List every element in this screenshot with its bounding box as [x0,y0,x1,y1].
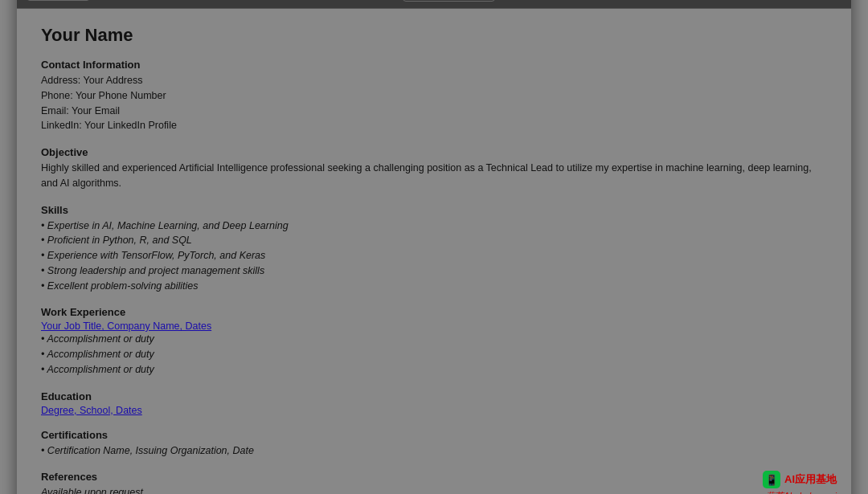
ai-label: AI应用基地 [784,472,837,487]
certifications-title: Certifications [41,429,827,441]
download-menu-button[interactable]: Download Menu ▾ [403,0,495,2]
email-line: Email: Your Email [41,104,827,119]
accomplishment-1: • Accomplishment or duty [41,332,827,347]
skill-1: • Expertise in AI, Machine Learning, and… [41,218,827,234]
quote-button[interactable]: “” [192,0,208,2]
address-label: Address: [41,75,80,86]
job-title-link[interactable]: Your Job Title, Company Name, Dates [41,320,827,332]
skill-5: • Excellent problem-solving abilities [41,279,827,294]
italic-button[interactable]: I [125,0,137,1]
education-section-title: Education [41,390,827,402]
linkedin-label: LinkedIn: [41,120,82,131]
address-value: Your Address [84,75,143,86]
format-select[interactable]: Normal Heading 1 Heading 2 Heading 3 [27,0,90,1]
accomplishment-2: • Accomplishment or duty [41,347,827,362]
strikethrough-button[interactable]: S [162,0,177,1]
toolbar: Normal Heading 1 Heading 2 Heading 3 B I… [17,0,851,9]
accomplishment-3: • Accomplishment or duty [41,362,827,378]
skills-section-title: Skills [41,204,827,216]
work-section-title: Work Experience [41,306,827,318]
phone-value: Your Phone Number [76,90,166,101]
references-text: Available upon request [41,485,827,494]
font-color-button[interactable]: A [289,0,304,1]
watermark-line1: 📱 AI应用基地 [763,471,837,488]
linkedin-line: LinkedIn: Your LinkedIn Profile [41,118,827,133]
objective-text: Highly skilled and experienced Artificia… [41,161,827,191]
skill-2: • Proficient in Python, R, and SQL [41,233,827,248]
underline-button[interactable]: U [141,0,157,1]
ordered-list-button[interactable]: 1. 2. 3. [341,0,360,1]
address-line: Address: Your Address [41,73,827,88]
degree-link[interactable]: Degree, School, Dates [41,405,827,416]
email-label: Email: [41,105,69,116]
watermark: 📱 AI应用基地 葫芦AI · huluwa.ai [763,471,837,494]
skill-3: • Experience with TensorFlow, PyTorch, a… [41,248,827,263]
link-button[interactable] [254,0,273,1]
objective-section-title: Objective [41,146,827,158]
email-value: Your Email [72,105,120,116]
references-section-title: References [41,471,827,483]
phone-label: Phone: [41,90,73,101]
font-bg-button[interactable]: A [308,0,325,1]
bold-button[interactable]: B [105,0,121,1]
wechat-icon: 📱 [763,471,780,488]
phone-line: Phone: Your Phone Number [41,88,827,104]
editor-container: Normal Heading 1 Heading 2 Heading 3 B I… [16,0,852,494]
contact-section-title: Contact Information [41,59,827,71]
skills-list: • Expertise in AI, Machine Learning, and… [41,218,827,294]
unordered-list-button[interactable] [365,0,384,1]
skill-4: • Strong leadership and project manageme… [41,263,827,279]
certification-1: • Certification Name, Issuing Organizati… [41,443,827,459]
content-area[interactable]: Your Name Contact Information Address: Y… [17,9,851,494]
resume-name: Your Name [41,25,827,46]
watermark-brand: 葫芦AI · huluwa.ai [766,490,837,494]
linkedin-value: Your LinkedIn Profile [84,120,177,131]
